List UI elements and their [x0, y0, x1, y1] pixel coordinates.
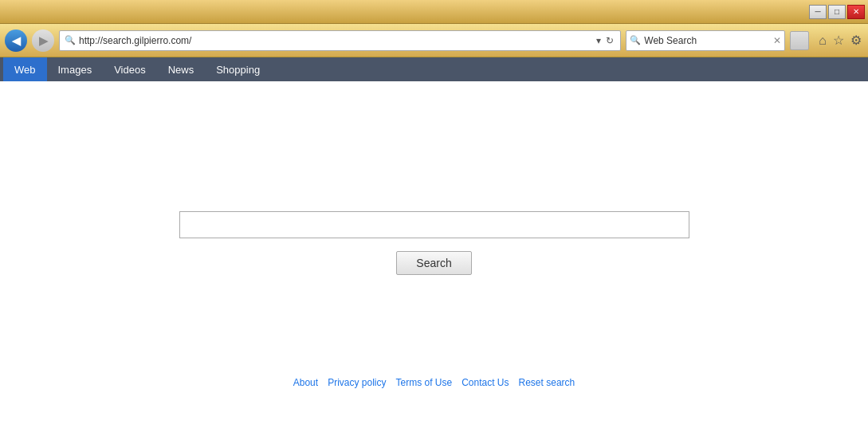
nav-tabs: Web Images Videos News Shopping — [0, 57, 868, 81]
restore-button[interactable]: □ — [828, 5, 846, 19]
tab-news[interactable]: News — [157, 57, 206, 81]
footer-about-link[interactable]: About — [293, 377, 318, 388]
address-actions: ▾ ↻ — [595, 33, 615, 48]
back-button[interactable]: ◀ — [5, 29, 27, 52]
toolbar-icons: ⌂ ☆ ⚙ — [817, 31, 863, 49]
main-search-input[interactable] — [179, 211, 689, 238]
title-bar: ─ □ ✕ — [0, 0, 868, 24]
minimize-button[interactable]: ─ — [809, 5, 827, 19]
main-content: Search About Privacy policy Terms of Use… — [0, 81, 868, 436]
tab-shopping[interactable]: Shopping — [205, 57, 271, 81]
favicon — [790, 31, 809, 50]
footer-terms-link[interactable]: Terms of Use — [395, 377, 452, 388]
address-bar[interactable]: 🔍 ▾ ↻ — [59, 30, 621, 51]
search-bar[interactable]: 🔍 ✕ — [626, 30, 785, 51]
footer-contact-link[interactable]: Contact Us — [461, 377, 509, 388]
search-button[interactable]: Search — [396, 251, 471, 275]
dropdown-button[interactable]: ▾ — [595, 33, 603, 48]
address-input[interactable] — [79, 35, 595, 46]
settings-button[interactable]: ⚙ — [849, 31, 863, 49]
search-box-area: Search — [179, 211, 689, 275]
tab-web[interactable]: Web — [3, 57, 47, 81]
title-bar-buttons: ─ □ ✕ — [809, 5, 865, 19]
tab-videos[interactable]: Videos — [103, 57, 157, 81]
address-bar-row: ◀ ▶ 🔍 ▾ ↻ 🔍 ✕ ⌂ ☆ ⚙ — [0, 24, 868, 57]
search-bar-input[interactable] — [644, 35, 773, 46]
reload-button[interactable]: ↻ — [604, 33, 615, 48]
home-button[interactable]: ⌂ — [817, 32, 828, 49]
search-clear-button[interactable]: ✕ — [773, 35, 781, 46]
footer-links: About Privacy policy Terms of Use Contac… — [293, 377, 575, 388]
tab-images[interactable]: Images — [47, 57, 104, 81]
address-icon: 🔍 — [65, 35, 76, 45]
search-bar-icon: 🔍 — [630, 35, 641, 45]
forward-button[interactable]: ▶ — [32, 29, 54, 52]
footer-reset-link[interactable]: Reset search — [519, 377, 575, 388]
close-button[interactable]: ✕ — [847, 5, 865, 19]
footer-privacy-link[interactable]: Privacy policy — [328, 377, 386, 388]
favorites-button[interactable]: ☆ — [831, 31, 846, 49]
